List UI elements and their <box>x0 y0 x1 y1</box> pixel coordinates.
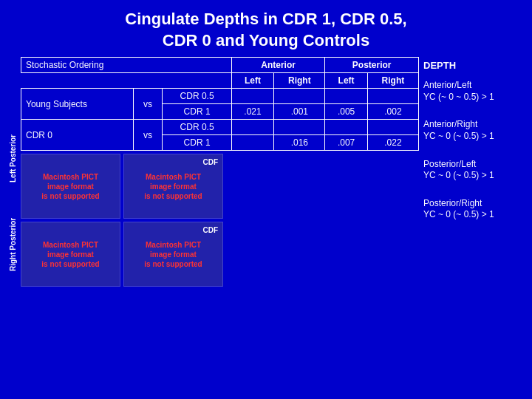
cdr0-cdr05-post-right <box>367 120 418 135</box>
cdr0-cdr1-post-left: .007 <box>325 135 368 151</box>
post-left-header: Left <box>325 73 368 89</box>
annotation-value-2: YC ~ 0 (~ 0.5) > 1 <box>423 170 526 182</box>
cdr0-label: CDR 0 <box>21 120 134 151</box>
depth-title: DEPTH <box>423 60 526 71</box>
annotation-value-1: YC ~ 0 (~ 0.5) > 1 <box>423 131 526 143</box>
pict-text-bottom-left: Macintosh PICTimage formatis not support… <box>41 240 99 269</box>
left-posterior-label: Left Posterior <box>6 123 19 194</box>
post-right-header: Right <box>367 73 418 89</box>
annotation-item-0: Anterior/Left YC (~ 0 ~ 0.5) > 1 <box>423 80 526 103</box>
right-posterior-label: Right Posterior <box>6 209 19 279</box>
pict-box-bottom-left: Macintosh PICTimage formatis not support… <box>21 222 120 287</box>
pict-box-bottom-right: CDF Macintosh PICTimage formatis not sup… <box>123 222 223 287</box>
cdr0-cdr05-post-left <box>325 120 368 135</box>
vs-label-2: vs <box>133 120 163 151</box>
pict-box-top-left: Macintosh PICTimage formatis not support… <box>21 154 120 219</box>
images-row-bottom: Macintosh PICTimage formatis not support… <box>21 222 419 287</box>
annotation-item-2: Posterior/Left YC ~ 0 (~ 0.5) > 1 <box>423 159 526 182</box>
ant-right-header: Right <box>274 73 325 89</box>
cdr05-label-2: CDR 0.5 <box>163 120 231 135</box>
cdr0-cdr05-ant-right <box>274 120 325 135</box>
anterior-header: Anterior <box>231 58 325 73</box>
annotation-label-2: Posterior/Left <box>423 159 526 171</box>
pict-text-top-left: Macintosh PICTimage formatis not support… <box>41 172 99 201</box>
annotation-value-3: YC ~ 0 (~ 0.5) > 1 <box>423 209 526 221</box>
cdr05-ant-left <box>231 89 274 104</box>
cdr0-cdr05-ant-left <box>231 120 274 135</box>
pict-box-top-right: CDF Macintosh PICTimage formatis not sup… <box>123 154 223 219</box>
side-labels-col: Left Posterior Right Posterior <box>6 57 21 287</box>
right-annotations: DEPTH Anterior/Left YC (~ 0 ~ 0.5) > 1 A… <box>419 57 526 287</box>
vs-label-1: vs <box>133 89 163 120</box>
stochastic-ordering-header: Stochastic Ordering <box>21 58 232 73</box>
cdr05-post-left <box>325 89 368 104</box>
young-subjects-label: Young Subjects <box>21 89 134 120</box>
stochastic-table: Stochastic Ordering Anterior Posterior L… <box>21 57 419 151</box>
cdr1-post-left: .005 <box>325 104 368 120</box>
annotation-item-3: Posterior/Right YC ~ 0 (~ 0.5) > 1 <box>423 198 526 221</box>
cdr05-post-right <box>367 89 418 104</box>
cdr1-ant-left: .021 <box>231 104 274 120</box>
annotation-label-1: Anterior/Right <box>423 119 526 131</box>
cdr05-ant-right <box>274 89 325 104</box>
main-col: Stochastic Ordering Anterior Posterior L… <box>21 57 419 287</box>
cdr1-post-right: .002 <box>367 104 418 120</box>
annotation-item-1: Anterior/Right YC ~ 0 (~ 0.5) > 1 <box>423 119 526 142</box>
images-row-top: Macintosh PICTimage formatis not support… <box>21 154 419 219</box>
cdr0-cdr1-ant-left <box>231 135 274 151</box>
posterior-header: Posterior <box>325 58 419 73</box>
cdf-label-bottom: CDF <box>202 225 218 235</box>
table-area: Stochastic Ordering Anterior Posterior L… <box>21 57 419 151</box>
cdr05-label-1: CDR 0.5 <box>163 89 231 104</box>
cdf-label-top: CDF <box>202 157 218 167</box>
annotation-label-3: Posterior/Right <box>423 198 526 210</box>
cdr1-ant-right: .001 <box>274 104 325 120</box>
page-title: Cingulate Depths in CDR 1, CDR 0.5, CDR … <box>0 0 532 57</box>
cdr1-label-2: CDR 1 <box>163 135 231 151</box>
ant-left-header: Left <box>231 73 274 89</box>
annotation-value-0: YC (~ 0 ~ 0.5) > 1 <box>423 92 526 103</box>
cdr0-cdr1-ant-right: .016 <box>274 135 325 151</box>
annotation-label-0: Anterior/Left <box>423 80 526 92</box>
cdr0-cdr1-post-right: .022 <box>367 135 418 151</box>
cdr1-label-1: CDR 1 <box>163 104 231 120</box>
pict-text-top-right: Macintosh PICTimage formatis not support… <box>144 172 202 201</box>
pict-text-bottom-right: Macintosh PICTimage formatis not support… <box>144 240 202 269</box>
